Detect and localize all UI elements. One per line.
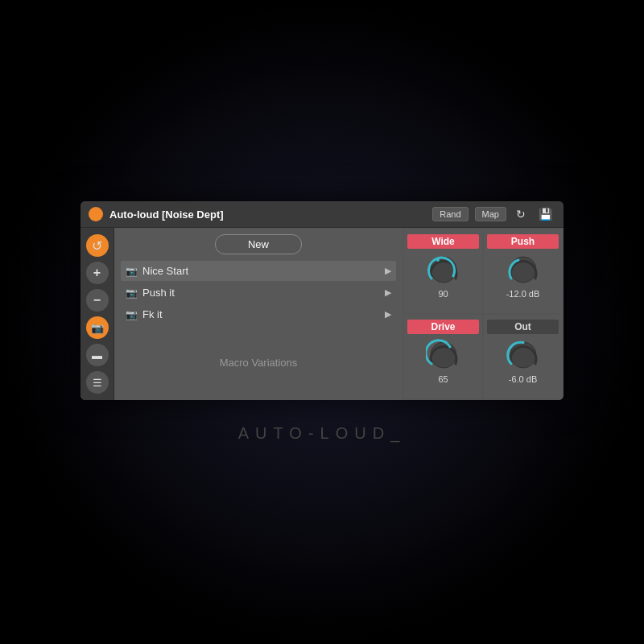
wide-label: Wide	[407, 234, 479, 249]
play-icon-3[interactable]: ▶	[385, 309, 391, 320]
storage-button[interactable]: ▬	[86, 344, 109, 366]
drive-value: 65	[438, 374, 448, 384]
push-label: Push	[487, 234, 559, 249]
push-control: Push -12.0 dB	[484, 229, 562, 313]
save-icon[interactable]: 💾	[535, 206, 555, 222]
push-value: -12.0 dB	[506, 289, 540, 299]
power-button[interactable]	[89, 207, 103, 221]
camera-icon-3: 📷	[126, 309, 138, 320]
plugin-title: Auto-loud [Noise Dept]	[109, 208, 426, 221]
push-knob[interactable]	[506, 252, 541, 287]
push-knob-container: -12.0 dB	[506, 252, 541, 299]
preset-item[interactable]: 📷 Fk it ▶	[121, 304, 396, 324]
rand-button[interactable]: Rand	[432, 207, 468, 221]
list-button[interactable]: ☰	[86, 371, 109, 394]
play-icon-1[interactable]: ▶	[385, 266, 391, 276]
camera-icon-1: 📷	[126, 266, 138, 277]
drive-knob-container: 65	[426, 337, 461, 384]
wide-knob-container: 90	[426, 252, 461, 299]
play-icon-2[interactable]: ▶	[385, 287, 391, 298]
camera-icon-2: 📷	[126, 287, 138, 299]
app-name-label: AUTO-LOUD_	[238, 424, 407, 443]
preset-item[interactable]: 📷 Nice Start ▶	[121, 261, 396, 281]
snapshot-button[interactable]: 📷	[86, 316, 109, 339]
drive-control: Drive 65	[404, 315, 482, 398]
out-knob[interactable]	[506, 337, 541, 373]
preset-list: 📷 Nice Start ▶ 📷 Push it ▶ 📷 Fk it ▶	[121, 261, 396, 324]
drive-label: Drive	[407, 320, 479, 334]
out-control: Out -6.0 dB	[484, 315, 562, 398]
remove-button[interactable]: −	[86, 289, 109, 312]
macro-variations-label: Macro Variations	[121, 341, 396, 385]
main-content: ↺ + − 📷 ▬ ☰ New 📷 Nice Start ▶	[80, 228, 564, 400]
preset-name-3: Fk it	[142, 308, 380, 320]
wide-value: 90	[438, 289, 448, 299]
add-button[interactable]: +	[86, 262, 109, 284]
out-value: -6.0 dB	[509, 374, 537, 384]
out-label: Out	[487, 320, 559, 334]
plugin-window: Auto-loud [Noise Dept] Rand Map ↻ 💾 ↺ + …	[80, 201, 564, 400]
title-bar: Auto-loud [Noise Dept] Rand Map ↻ 💾	[80, 201, 564, 228]
refresh-icon[interactable]: ↻	[513, 206, 529, 222]
wide-control: Wide	[404, 229, 482, 313]
left-sidebar: ↺ + − 📷 ▬ ☰	[80, 228, 114, 400]
map-button[interactable]: Map	[475, 207, 506, 221]
preset-name-1: Nice Start	[142, 265, 380, 277]
presets-panel: New 📷 Nice Start ▶ 📷 Push it ▶ 📷	[114, 228, 402, 400]
preset-item[interactable]: 📷 Push it ▶	[121, 283, 396, 303]
drive-knob[interactable]	[426, 337, 461, 373]
undo-button[interactable]: ↺	[86, 234, 109, 257]
new-button[interactable]: New	[215, 234, 302, 254]
out-knob-container: -6.0 dB	[506, 337, 541, 384]
preset-name-2: Push it	[142, 287, 380, 299]
wide-knob[interactable]	[426, 252, 461, 287]
controls-panel: Wide	[402, 228, 564, 400]
